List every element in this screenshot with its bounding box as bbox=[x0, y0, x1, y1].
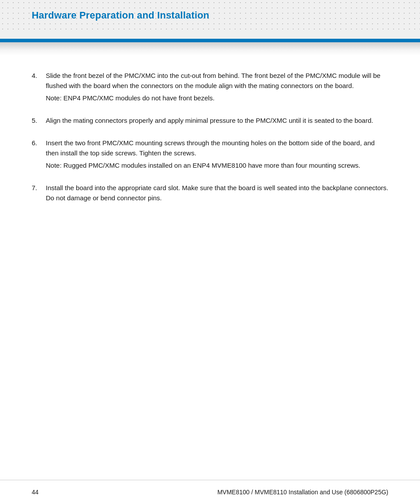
footer-page-number: 44 bbox=[32, 489, 39, 496]
item-content-5: Align the mating connectors properly and… bbox=[46, 115, 388, 125]
item-number-6: 6. bbox=[32, 138, 46, 170]
list-item: 4. Slide the front bezel of the PMC/XMC … bbox=[32, 70, 388, 103]
item-text-6: Insert the two front PMC/XMC mounting sc… bbox=[46, 139, 375, 157]
list-item: 6. Insert the two front PMC/XMC mounting… bbox=[32, 138, 388, 170]
gray-stripe-decoration bbox=[0, 42, 420, 55]
item-note-4: Note: ENP4 PMC/XMC modules do not have f… bbox=[46, 93, 388, 103]
header-area: Hardware Preparation and Installation bbox=[0, 0, 420, 40]
item-content-6: Insert the two front PMC/XMC mounting sc… bbox=[46, 138, 388, 170]
item-number-5: 5. bbox=[32, 115, 46, 125]
item-number-7: 7. bbox=[32, 183, 46, 203]
header-title-bar: Hardware Preparation and Installation bbox=[0, 4, 420, 26]
item-text-4: Slide the front bezel of the PMC/XMC int… bbox=[46, 72, 380, 89]
blue-bar-decoration bbox=[0, 39, 420, 42]
item-text-5: Align the mating connectors properly and… bbox=[46, 117, 373, 124]
footer-doc-title: MVME8100 / MVME8110 Installation and Use… bbox=[217, 489, 388, 496]
instruction-list: 4. Slide the front bezel of the PMC/XMC … bbox=[32, 70, 388, 203]
item-number-4: 4. bbox=[32, 70, 46, 103]
item-text-7: Install the board into the appropriate c… bbox=[46, 184, 388, 202]
item-content-7: Install the board into the appropriate c… bbox=[46, 183, 388, 203]
item-content-4: Slide the front bezel of the PMC/XMC int… bbox=[46, 70, 388, 103]
list-item: 7. Install the board into the appropriat… bbox=[32, 183, 388, 203]
page-title: Hardware Preparation and Installation bbox=[32, 10, 210, 21]
item-note-6: Note: Rugged PMC/XMC modules installed o… bbox=[46, 160, 388, 170]
footer: 44 MVME8100 / MVME8110 Installation and … bbox=[0, 480, 420, 504]
list-item: 5. Align the mating connectors properly … bbox=[32, 115, 388, 125]
main-content: 4. Slide the front bezel of the PMC/XMC … bbox=[0, 62, 420, 478]
